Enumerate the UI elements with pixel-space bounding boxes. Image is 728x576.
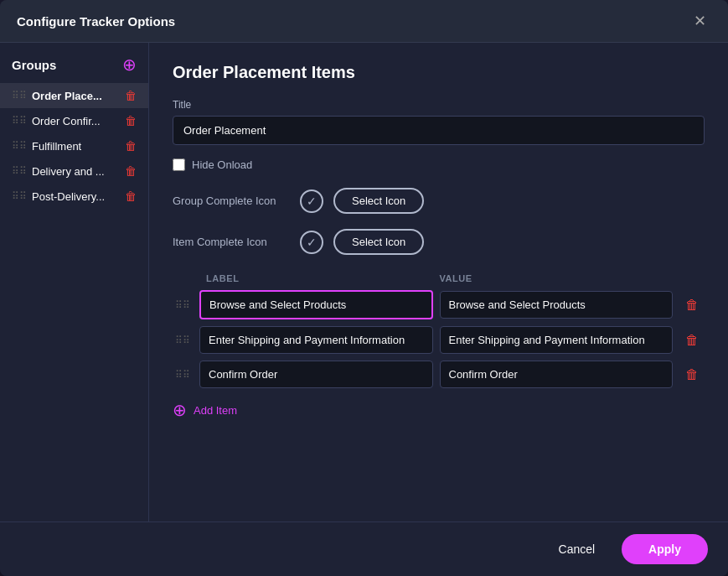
drag-handle-icon: ⠿⠿ (12, 115, 27, 127)
items-table: LABEL VALUE ⠿⠿ 🗑 ⠿⠿ (173, 270, 705, 388)
hide-onload-label: Hide Onload (192, 158, 252, 171)
sidebar-item-label: Fulfillment (32, 140, 120, 153)
drag-handle-icon: ⠿⠿ (12, 190, 27, 202)
modal-body: Groups ⊕ ⠿⠿ Order Place... 🗑 ⠿⠿ Order Co… (0, 43, 728, 522)
group-complete-check-icon: ✓ (300, 189, 323, 213)
row-drag-handle-icon: ⠿⠿ (173, 299, 193, 311)
row-value-input[interactable] (440, 291, 674, 319)
row-label-input[interactable] (199, 361, 433, 388)
value-column-header: VALUE (440, 273, 667, 283)
drag-handle-icon: ⠿⠿ (12, 140, 27, 152)
add-item-icon: ⊕ (173, 402, 187, 418)
table-row: ⠿⠿ 🗑 (173, 290, 705, 319)
row-label-input[interactable] (199, 290, 433, 319)
table-header: LABEL VALUE (173, 270, 705, 287)
sidebar-item-delivery[interactable]: ⠿⠿ Delivery and ... 🗑 (0, 158, 148, 184)
add-item-label: Add Item (194, 404, 237, 417)
sidebar-item-label: Order Confir... (32, 115, 120, 127)
sidebar-item-label: Delivery and ... (32, 165, 120, 178)
row-delete-button[interactable]: 🗑 (679, 367, 705, 382)
row-delete-button[interactable]: 🗑 (679, 298, 705, 313)
sidebar-item-fulfillment[interactable]: ⠿⠿ Fulfillment 🗑 (0, 133, 148, 158)
label-column-header: LABEL (206, 273, 433, 283)
main-content: Order Placement Items Title Hide Onload … (149, 43, 728, 522)
sidebar-item-label: Order Place... (32, 90, 120, 102)
section-title: Order Placement Items (173, 63, 705, 82)
close-button[interactable]: ✕ (689, 12, 711, 30)
drag-handle-icon: ⠿⠿ (12, 90, 27, 101)
delete-icon[interactable]: 🗑 (125, 89, 137, 102)
hide-onload-checkbox[interactable] (173, 158, 185, 171)
row-value-input[interactable] (440, 361, 674, 388)
row-delete-button[interactable]: 🗑 (679, 333, 705, 348)
table-row: ⠿⠿ 🗑 (173, 361, 705, 388)
add-group-button[interactable]: ⊕ (122, 56, 137, 73)
drag-handle-icon: ⠿⠿ (12, 165, 27, 177)
row-drag-handle-icon: ⠿⠿ (173, 335, 193, 346)
item-complete-icon-row: Item Complete Icon ✓ Select Icon (173, 229, 705, 255)
modal-overlay: Configure Tracker Options ✕ Groups ⊕ ⠿⠿ … (0, 0, 728, 576)
sidebar-item-post-delivery[interactable]: ⠿⠿ Post-Delivery... 🗑 (0, 184, 148, 209)
sidebar-title: Groups (12, 58, 56, 72)
title-input[interactable] (173, 116, 705, 145)
row-drag-handle-icon: ⠿⠿ (173, 369, 193, 381)
apply-button[interactable]: Apply (622, 534, 708, 564)
title-label: Title (173, 99, 705, 111)
modal-title: Configure Tracker Options (17, 14, 175, 29)
cancel-button[interactable]: Cancel (542, 534, 612, 564)
delete-icon[interactable]: 🗑 (125, 164, 137, 178)
modal-header: Configure Tracker Options ✕ (0, 0, 728, 43)
row-label-input[interactable] (199, 326, 433, 354)
row-value-input[interactable] (440, 326, 674, 354)
modal-footer: Cancel Apply (0, 522, 728, 576)
item-complete-check-icon: ✓ (300, 231, 323, 254)
delete-icon[interactable]: 🗑 (125, 114, 137, 127)
sidebar-item-label: Post-Delivery... (32, 190, 120, 203)
sidebar-item-order-place[interactable]: ⠿⠿ Order Place... 🗑 (0, 83, 148, 108)
sidebar-item-order-confir[interactable]: ⠿⠿ Order Confir... 🗑 (0, 108, 148, 133)
item-complete-icon-label: Item Complete Icon (173, 236, 290, 248)
delete-icon[interactable]: 🗑 (125, 189, 137, 203)
table-row: ⠿⠿ 🗑 (173, 326, 705, 354)
sidebar: Groups ⊕ ⠿⠿ Order Place... 🗑 ⠿⠿ Order Co… (0, 43, 149, 522)
configure-tracker-modal: Configure Tracker Options ✕ Groups ⊕ ⠿⠿ … (0, 0, 728, 576)
group-complete-icon-row: Group Complete Icon ✓ Select Icon (173, 188, 705, 214)
item-complete-select-icon-button[interactable]: Select Icon (333, 229, 424, 255)
delete-icon[interactable]: 🗑 (125, 139, 137, 153)
sidebar-header: Groups ⊕ (0, 56, 148, 83)
group-complete-select-icon-button[interactable]: Select Icon (333, 188, 424, 214)
hide-onload-row: Hide Onload (173, 158, 705, 171)
title-field-group: Title (173, 99, 705, 145)
group-complete-icon-label: Group Complete Icon (173, 195, 290, 207)
add-item-row[interactable]: ⊕ Add Item (173, 402, 705, 418)
